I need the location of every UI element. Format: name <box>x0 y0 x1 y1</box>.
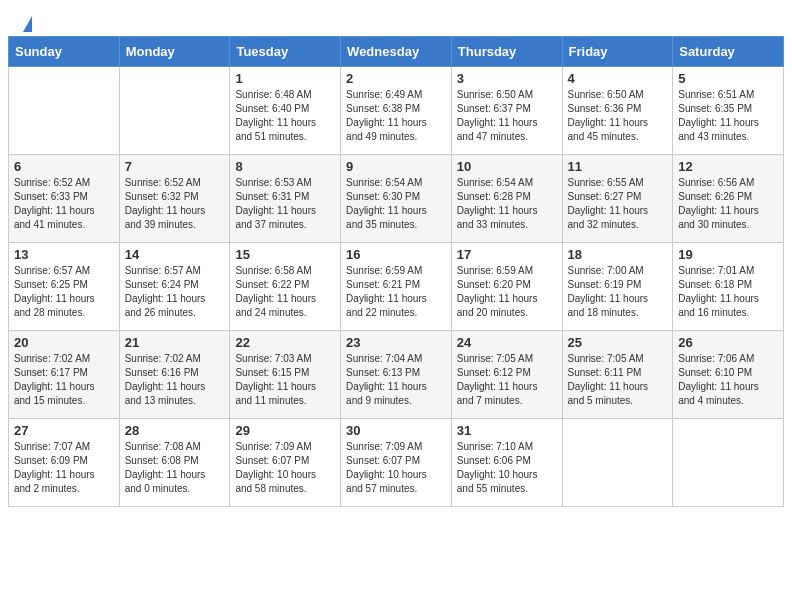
header-day-tuesday: Tuesday <box>230 37 341 67</box>
day-cell: 25Sunrise: 7:05 AMSunset: 6:11 PMDayligh… <box>562 331 673 419</box>
day-number: 25 <box>568 335 668 350</box>
cell-details: Sunrise: 7:10 AMSunset: 6:06 PMDaylight:… <box>457 440 557 496</box>
day-cell: 14Sunrise: 6:57 AMSunset: 6:24 PMDayligh… <box>119 243 230 331</box>
day-cell: 28Sunrise: 7:08 AMSunset: 6:08 PMDayligh… <box>119 419 230 507</box>
cell-details: Sunrise: 7:04 AMSunset: 6:13 PMDaylight:… <box>346 352 446 408</box>
cell-details: Sunrise: 7:08 AMSunset: 6:08 PMDaylight:… <box>125 440 225 496</box>
cell-details: Sunrise: 6:48 AMSunset: 6:40 PMDaylight:… <box>235 88 335 144</box>
week-row-1: 6Sunrise: 6:52 AMSunset: 6:33 PMDaylight… <box>9 155 784 243</box>
day-cell: 26Sunrise: 7:06 AMSunset: 6:10 PMDayligh… <box>673 331 784 419</box>
cell-details: Sunrise: 7:05 AMSunset: 6:11 PMDaylight:… <box>568 352 668 408</box>
cell-details: Sunrise: 6:49 AMSunset: 6:38 PMDaylight:… <box>346 88 446 144</box>
cell-details: Sunrise: 6:51 AMSunset: 6:35 PMDaylight:… <box>678 88 778 144</box>
day-number: 27 <box>14 423 114 438</box>
day-cell: 30Sunrise: 7:09 AMSunset: 6:07 PMDayligh… <box>341 419 452 507</box>
page-header <box>0 0 792 36</box>
day-cell: 22Sunrise: 7:03 AMSunset: 6:15 PMDayligh… <box>230 331 341 419</box>
day-cell: 12Sunrise: 6:56 AMSunset: 6:26 PMDayligh… <box>673 155 784 243</box>
cell-details: Sunrise: 7:02 AMSunset: 6:16 PMDaylight:… <box>125 352 225 408</box>
logo <box>20 16 32 28</box>
cell-details: Sunrise: 7:01 AMSunset: 6:18 PMDaylight:… <box>678 264 778 320</box>
cell-details: Sunrise: 6:54 AMSunset: 6:30 PMDaylight:… <box>346 176 446 232</box>
cell-details: Sunrise: 7:05 AMSunset: 6:12 PMDaylight:… <box>457 352 557 408</box>
cell-details: Sunrise: 7:06 AMSunset: 6:10 PMDaylight:… <box>678 352 778 408</box>
day-cell: 8Sunrise: 6:53 AMSunset: 6:31 PMDaylight… <box>230 155 341 243</box>
cell-details: Sunrise: 6:55 AMSunset: 6:27 PMDaylight:… <box>568 176 668 232</box>
cell-details: Sunrise: 6:50 AMSunset: 6:36 PMDaylight:… <box>568 88 668 144</box>
day-number: 1 <box>235 71 335 86</box>
day-cell: 18Sunrise: 7:00 AMSunset: 6:19 PMDayligh… <box>562 243 673 331</box>
header-day-saturday: Saturday <box>673 37 784 67</box>
day-number: 16 <box>346 247 446 262</box>
week-row-0: 1Sunrise: 6:48 AMSunset: 6:40 PMDaylight… <box>9 67 784 155</box>
header-day-friday: Friday <box>562 37 673 67</box>
cell-details: Sunrise: 7:07 AMSunset: 6:09 PMDaylight:… <box>14 440 114 496</box>
week-row-3: 20Sunrise: 7:02 AMSunset: 6:17 PMDayligh… <box>9 331 784 419</box>
day-cell: 7Sunrise: 6:52 AMSunset: 6:32 PMDaylight… <box>119 155 230 243</box>
day-cell: 1Sunrise: 6:48 AMSunset: 6:40 PMDaylight… <box>230 67 341 155</box>
day-number: 31 <box>457 423 557 438</box>
day-cell: 5Sunrise: 6:51 AMSunset: 6:35 PMDaylight… <box>673 67 784 155</box>
day-cell: 31Sunrise: 7:10 AMSunset: 6:06 PMDayligh… <box>451 419 562 507</box>
cell-details: Sunrise: 6:56 AMSunset: 6:26 PMDaylight:… <box>678 176 778 232</box>
day-number: 19 <box>678 247 778 262</box>
day-number: 12 <box>678 159 778 174</box>
day-cell: 24Sunrise: 7:05 AMSunset: 6:12 PMDayligh… <box>451 331 562 419</box>
header-day-thursday: Thursday <box>451 37 562 67</box>
day-number: 4 <box>568 71 668 86</box>
day-cell: 17Sunrise: 6:59 AMSunset: 6:20 PMDayligh… <box>451 243 562 331</box>
day-cell: 27Sunrise: 7:07 AMSunset: 6:09 PMDayligh… <box>9 419 120 507</box>
day-number: 29 <box>235 423 335 438</box>
day-cell <box>562 419 673 507</box>
cell-details: Sunrise: 6:52 AMSunset: 6:33 PMDaylight:… <box>14 176 114 232</box>
cell-details: Sunrise: 6:59 AMSunset: 6:20 PMDaylight:… <box>457 264 557 320</box>
calendar-table: SundayMondayTuesdayWednesdayThursdayFrid… <box>8 36 784 507</box>
header-day-monday: Monday <box>119 37 230 67</box>
logo-triangle-icon <box>23 16 32 32</box>
day-number: 21 <box>125 335 225 350</box>
day-number: 15 <box>235 247 335 262</box>
day-cell: 15Sunrise: 6:58 AMSunset: 6:22 PMDayligh… <box>230 243 341 331</box>
day-cell: 21Sunrise: 7:02 AMSunset: 6:16 PMDayligh… <box>119 331 230 419</box>
cell-details: Sunrise: 6:59 AMSunset: 6:21 PMDaylight:… <box>346 264 446 320</box>
day-number: 14 <box>125 247 225 262</box>
day-cell: 10Sunrise: 6:54 AMSunset: 6:28 PMDayligh… <box>451 155 562 243</box>
header-row: SundayMondayTuesdayWednesdayThursdayFrid… <box>9 37 784 67</box>
cell-details: Sunrise: 6:57 AMSunset: 6:25 PMDaylight:… <box>14 264 114 320</box>
day-number: 18 <box>568 247 668 262</box>
day-number: 13 <box>14 247 114 262</box>
day-cell: 4Sunrise: 6:50 AMSunset: 6:36 PMDaylight… <box>562 67 673 155</box>
day-number: 6 <box>14 159 114 174</box>
day-number: 9 <box>346 159 446 174</box>
day-number: 28 <box>125 423 225 438</box>
day-number: 5 <box>678 71 778 86</box>
week-row-4: 27Sunrise: 7:07 AMSunset: 6:09 PMDayligh… <box>9 419 784 507</box>
cell-details: Sunrise: 6:57 AMSunset: 6:24 PMDaylight:… <box>125 264 225 320</box>
cell-details: Sunrise: 7:03 AMSunset: 6:15 PMDaylight:… <box>235 352 335 408</box>
day-number: 8 <box>235 159 335 174</box>
day-cell: 3Sunrise: 6:50 AMSunset: 6:37 PMDaylight… <box>451 67 562 155</box>
day-cell <box>9 67 120 155</box>
day-cell: 19Sunrise: 7:01 AMSunset: 6:18 PMDayligh… <box>673 243 784 331</box>
day-cell <box>119 67 230 155</box>
day-cell: 9Sunrise: 6:54 AMSunset: 6:30 PMDaylight… <box>341 155 452 243</box>
cell-details: Sunrise: 6:52 AMSunset: 6:32 PMDaylight:… <box>125 176 225 232</box>
day-number: 3 <box>457 71 557 86</box>
day-cell: 11Sunrise: 6:55 AMSunset: 6:27 PMDayligh… <box>562 155 673 243</box>
header-day-wednesday: Wednesday <box>341 37 452 67</box>
cell-details: Sunrise: 7:09 AMSunset: 6:07 PMDaylight:… <box>346 440 446 496</box>
day-number: 10 <box>457 159 557 174</box>
day-number: 20 <box>14 335 114 350</box>
cell-details: Sunrise: 6:54 AMSunset: 6:28 PMDaylight:… <box>457 176 557 232</box>
day-cell: 16Sunrise: 6:59 AMSunset: 6:21 PMDayligh… <box>341 243 452 331</box>
day-number: 17 <box>457 247 557 262</box>
day-cell: 23Sunrise: 7:04 AMSunset: 6:13 PMDayligh… <box>341 331 452 419</box>
day-cell: 20Sunrise: 7:02 AMSunset: 6:17 PMDayligh… <box>9 331 120 419</box>
day-number: 7 <box>125 159 225 174</box>
day-cell: 6Sunrise: 6:52 AMSunset: 6:33 PMDaylight… <box>9 155 120 243</box>
week-row-2: 13Sunrise: 6:57 AMSunset: 6:25 PMDayligh… <box>9 243 784 331</box>
day-number: 2 <box>346 71 446 86</box>
cell-details: Sunrise: 7:00 AMSunset: 6:19 PMDaylight:… <box>568 264 668 320</box>
day-number: 26 <box>678 335 778 350</box>
cell-details: Sunrise: 6:50 AMSunset: 6:37 PMDaylight:… <box>457 88 557 144</box>
